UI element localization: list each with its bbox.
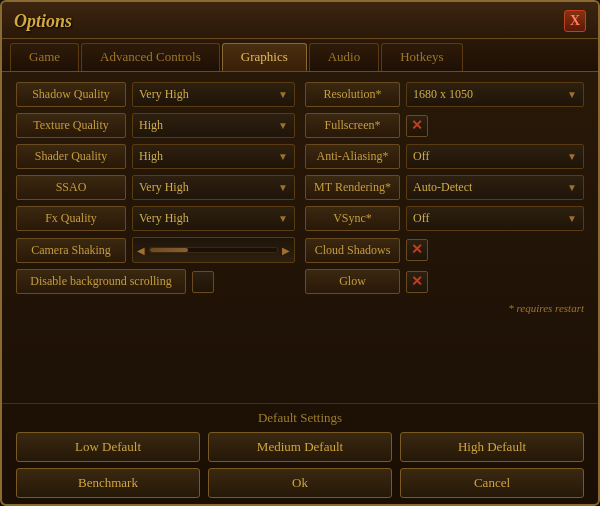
- glow-check-icon: ✕: [411, 275, 423, 289]
- camera-shaking-label: Camera Shaking: [16, 238, 126, 263]
- mt-rendering-label: MT Rendering*: [305, 175, 400, 200]
- fullscreen-group: Fullscreen* ✕: [305, 113, 584, 138]
- resolution-arrow: ▼: [567, 89, 577, 100]
- close-button[interactable]: X: [564, 10, 586, 32]
- shader-quality-group: Shader Quality High ▼: [16, 144, 295, 169]
- default-buttons-group: Low Default Medium Default High Default: [16, 432, 584, 462]
- shader-quality-select[interactable]: High ▼: [132, 144, 295, 169]
- benchmark-button[interactable]: Benchmark: [16, 468, 200, 498]
- disable-bg-group: Disable background scrolling: [16, 269, 295, 294]
- glow-checkbox[interactable]: ✕: [406, 271, 428, 293]
- cloud-shadows-checkbox[interactable]: ✕: [406, 239, 428, 261]
- anti-aliasing-group: Anti-Aliasing* Off ▼: [305, 144, 584, 169]
- shadow-quality-label: Shadow Quality: [16, 82, 126, 107]
- glow-label: Glow: [305, 269, 400, 294]
- medium-default-button[interactable]: Medium Default: [208, 432, 392, 462]
- ssao-arrow: ▼: [278, 182, 288, 193]
- shadow-quality-select[interactable]: Very High ▼: [132, 82, 295, 107]
- disable-bg-checkbox[interactable]: [192, 271, 214, 293]
- cloud-shadows-label: Cloud Shadows: [305, 238, 400, 263]
- slider-left-arrow: ◀: [137, 245, 145, 256]
- tab-graphics[interactable]: Graphics: [222, 43, 307, 71]
- vsync-group: VSync* Off ▼: [305, 206, 584, 231]
- settings-row-1: Shadow Quality Very High ▼ Resolution* 1…: [16, 82, 584, 107]
- slider-fill: [150, 248, 188, 252]
- texture-quality-select[interactable]: High ▼: [132, 113, 295, 138]
- camera-shaking-group: Camera Shaking ◀ ▶: [16, 237, 295, 263]
- bottom-section: Default Settings Low Default Medium Defa…: [2, 403, 598, 504]
- texture-quality-label: Texture Quality: [16, 113, 126, 138]
- anti-aliasing-label: Anti-Aliasing*: [305, 144, 400, 169]
- vsync-select[interactable]: Off ▼: [406, 206, 584, 231]
- mt-rendering-group: MT Rendering* Auto-Detect ▼: [305, 175, 584, 200]
- mt-rendering-select[interactable]: Auto-Detect ▼: [406, 175, 584, 200]
- glow-group: Glow ✕: [305, 269, 584, 294]
- cloud-shadows-check-icon: ✕: [411, 243, 423, 257]
- ssao-group: SSAO Very High ▼: [16, 175, 295, 200]
- tab-game[interactable]: Game: [10, 43, 79, 71]
- fullscreen-label: Fullscreen*: [305, 113, 400, 138]
- fullscreen-check-icon: ✕: [411, 119, 423, 133]
- fx-quality-label: Fx Quality: [16, 206, 126, 231]
- slider-right-arrow: ▶: [282, 245, 290, 256]
- options-window: Options X Game Advanced Controls Graphic…: [0, 0, 600, 506]
- tab-hotkeys[interactable]: Hotkeys: [381, 43, 462, 71]
- fx-quality-group: Fx Quality Very High ▼: [16, 206, 295, 231]
- fx-quality-select[interactable]: Very High ▼: [132, 206, 295, 231]
- disable-bg-label: Disable background scrolling: [16, 269, 186, 294]
- settings-row-2: Texture Quality High ▼ Fullscreen* ✕: [16, 113, 584, 138]
- cloud-shadows-group: Cloud Shadows ✕: [305, 238, 584, 263]
- low-default-button[interactable]: Low Default: [16, 432, 200, 462]
- tab-audio[interactable]: Audio: [309, 43, 380, 71]
- ok-button[interactable]: Ok: [208, 468, 392, 498]
- vsync-arrow: ▼: [567, 213, 577, 224]
- default-settings-label: Default Settings: [16, 410, 584, 426]
- camera-shaking-slider[interactable]: ◀ ▶: [132, 237, 295, 263]
- texture-quality-group: Texture Quality High ▼: [16, 113, 295, 138]
- high-default-button[interactable]: High Default: [400, 432, 584, 462]
- settings-row-3: Shader Quality High ▼ Anti-Aliasing* Off…: [16, 144, 584, 169]
- title-bar: Options X: [2, 2, 598, 39]
- anti-aliasing-arrow: ▼: [567, 151, 577, 162]
- mt-rendering-arrow: ▼: [567, 182, 577, 193]
- vsync-label: VSync*: [305, 206, 400, 231]
- resolution-select[interactable]: 1680 x 1050 ▼: [406, 82, 584, 107]
- cancel-button[interactable]: Cancel: [400, 468, 584, 498]
- shader-quality-label: Shader Quality: [16, 144, 126, 169]
- shader-quality-arrow: ▼: [278, 151, 288, 162]
- fullscreen-checkbox[interactable]: ✕: [406, 115, 428, 137]
- settings-content: Shadow Quality Very High ▼ Resolution* 1…: [2, 72, 598, 403]
- requires-restart-note: * requires restart: [16, 302, 584, 314]
- settings-row-5: Fx Quality Very High ▼ VSync* Off ▼: [16, 206, 584, 231]
- ssao-label: SSAO: [16, 175, 126, 200]
- settings-row-4: SSAO Very High ▼ MT Rendering* Auto-Dete…: [16, 175, 584, 200]
- anti-aliasing-select[interactable]: Off ▼: [406, 144, 584, 169]
- shadow-quality-arrow: ▼: [278, 89, 288, 100]
- settings-row-6: Camera Shaking ◀ ▶ Cloud Shadows ✕: [16, 237, 584, 263]
- shadow-quality-group: Shadow Quality Very High ▼: [16, 82, 295, 107]
- fx-quality-arrow: ▼: [278, 213, 288, 224]
- settings-row-7: Disable background scrolling Glow ✕: [16, 269, 584, 294]
- resolution-group: Resolution* 1680 x 1050 ▼: [305, 82, 584, 107]
- tabs-bar: Game Advanced Controls Graphics Audio Ho…: [2, 39, 598, 72]
- action-buttons-group: Benchmark Ok Cancel: [16, 468, 584, 498]
- tab-advanced[interactable]: Advanced Controls: [81, 43, 220, 71]
- resolution-label: Resolution*: [305, 82, 400, 107]
- window-title: Options: [14, 11, 72, 32]
- texture-quality-arrow: ▼: [278, 120, 288, 131]
- slider-track: [149, 247, 278, 253]
- ssao-select[interactable]: Very High ▼: [132, 175, 295, 200]
